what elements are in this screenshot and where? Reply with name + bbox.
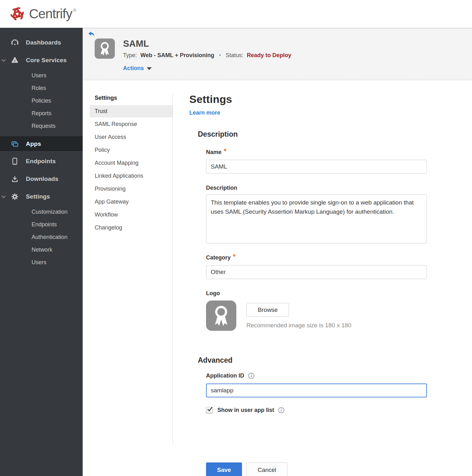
required-asterisk: * [233,253,236,261]
main-area: SAML Type: Web - SAML + Provisioning • S… [83,28,472,476]
subnav-item-linked-applications[interactable]: Linked Applications [90,170,173,182]
settings-panel: Settings Learn more Description Name * D… [173,93,472,476]
subnav-item-policy[interactable]: Policy [90,144,173,156]
sidebar-subitem-users-settings[interactable]: Users [0,256,83,269]
sidebar-subitem-reports[interactable]: Reports [0,107,83,120]
logo-size-hint: Recommended image size is 180 x 180 [246,322,351,329]
sidebar-item-downloads[interactable]: Downloads [0,170,83,188]
show-in-user-app-list-label: Show in user app list [217,407,274,414]
name-label: Name * [206,148,427,156]
meta-separator: • [219,52,221,58]
registered-mark: ® [73,8,76,13]
sidebar-subitem-requests[interactable]: Requests [0,120,83,132]
advanced-section-heading: Advanced [198,356,472,365]
sidebar-item-dashboards[interactable]: Dashboards [0,34,83,51]
browse-button[interactable]: Browse [246,303,289,317]
chevron-down-icon[interactable] [2,194,6,199]
core-services-submenu: Users Roles Policies Reports Requests [0,69,83,132]
sidebar-group-settings[interactable]: Settings [0,188,83,205]
caret-down-icon [147,67,152,70]
gauge-icon [11,39,19,47]
top-bar: Centrify ® [0,0,472,28]
phone-icon [11,157,19,165]
subnav-item-workflow[interactable]: Workflow [90,209,173,221]
actions-label: Actions [123,65,144,72]
app-header-band: SAML Type: Web - SAML + Provisioning • S… [83,28,472,79]
page-title: Settings [189,93,472,105]
download-icon [11,175,19,183]
subnav-item-trust[interactable]: Trust [90,105,173,117]
sidebar-item-apps[interactable]: Apps [0,136,83,152]
sidebar-group-core-services[interactable]: Core Services [0,51,83,69]
apps-icon [11,140,19,148]
app-title: SAML [123,39,291,49]
gear-icon [11,193,19,201]
application-id-input[interactable] [206,384,427,397]
subnav-item-account-mapping[interactable]: Account Mapping [90,157,173,169]
subnav-item-saml-response[interactable]: SAML Response [90,118,173,130]
centrify-logo[interactable]: Centrify ® [9,6,76,22]
category-label: Category * [206,253,427,262]
sidebar-item-label: Core Services [26,57,67,64]
back-arrow-icon[interactable] [88,31,95,37]
sidebar-item-label: Settings [26,193,50,200]
settings-submenu: Customization Endpoints Authentication N… [0,205,83,269]
info-icon[interactable] [248,372,255,379]
sidebar-subitem-policies[interactable]: Policies [0,94,83,107]
cancel-button[interactable]: Cancel [246,462,287,476]
logo-label: Logo [206,290,427,297]
sidebar-item-label: Endpoints [26,158,56,165]
app-logo-ribbon-icon [95,39,115,59]
subnav-item-provisioning[interactable]: Provisioning [90,183,173,195]
type-value: Web - SAML + Provisioning [140,52,214,58]
sidebar-item-label: Dashboards [26,39,61,46]
actions-dropdown[interactable]: Actions [123,65,152,72]
subnav-item-changelog[interactable]: Changelog [90,222,173,234]
type-label: Type: [123,52,137,58]
chevron-down-icon[interactable] [2,57,6,63]
core-services-icon [11,56,19,64]
learn-more-link[interactable]: Learn more [189,110,220,116]
description-textarea[interactable]: This template enables you to provide sin… [206,194,427,243]
sidebar: Dashboards Core Services Users Roles Pol… [0,28,83,476]
description-label: Description [206,185,427,191]
show-in-user-app-list-checkbox[interactable] [206,407,213,414]
sidebar-item-endpoints[interactable]: Endpoints [0,152,83,170]
centrify-swirl-icon [9,6,25,22]
application-id-label: Application ID [206,372,244,379]
status-label: Status: [226,52,243,58]
app-meta: Type: Web - SAML + Provisioning • Status… [123,52,291,59]
sidebar-subitem-authentication[interactable]: Authentication [0,231,83,243]
sidebar-subitem-users[interactable]: Users [0,69,83,82]
sidebar-item-label: Apps [26,140,41,147]
logo-preview-ribbon-icon [206,300,236,331]
app-subnav: Settings Trust SAML Response User Access… [83,93,173,444]
sidebar-item-label: Downloads [26,176,58,182]
info-icon[interactable] [278,407,285,414]
brand-name: Centrify [29,6,72,22]
sidebar-subitem-customization[interactable]: Customization [0,205,83,218]
sidebar-subitem-network[interactable]: Network [0,243,83,256]
category-input[interactable] [206,265,427,279]
save-button[interactable]: Save [206,462,242,476]
name-input[interactable] [206,160,427,174]
status-value: Ready to Deploy [247,52,291,58]
subnav-item-user-access[interactable]: User Access [90,131,173,143]
required-asterisk: * [224,147,227,155]
description-section-heading: Description [198,130,472,139]
sidebar-subitem-endpoints-settings[interactable]: Endpoints [0,218,83,231]
subnav-item-app-gateway[interactable]: App Gateway [90,196,173,208]
sidebar-subitem-roles[interactable]: Roles [0,82,83,94]
subnav-heading: Settings [90,95,173,101]
